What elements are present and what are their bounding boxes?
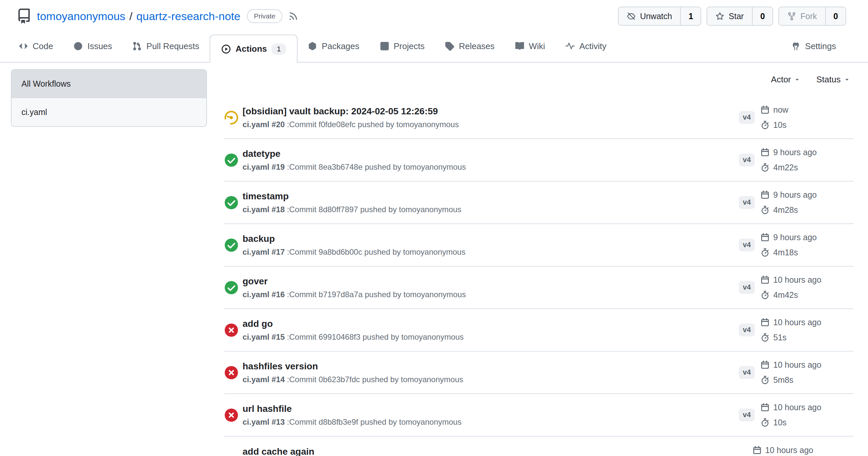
in-progress-spinner-icon [224, 110, 239, 125]
workflow-run-row[interactable]: [obsidian] vault backup: 2024-02-05 12:2… [224, 97, 854, 139]
tab-issues-label: Issues [87, 41, 112, 52]
run-commit-desc: :Commit 69910468f3 pushed by tomoyanonym… [287, 332, 464, 341]
run-subtitle: ci.yaml #20 :Commit f0fde08efc pushed by… [243, 119, 739, 130]
workflow-run-row[interactable]: timestamp ci.yaml #18 :Commit 8d80ff7897… [224, 182, 854, 224]
tab-pull-requests[interactable]: Pull Requests [122, 30, 209, 62]
workflow-run-row[interactable]: datetype ci.yaml #19 :Commit 8ea3b6748e … [224, 139, 854, 182]
run-title-link[interactable]: add cache again [243, 446, 739, 456]
run-date-line: 9 hours ago [761, 188, 816, 203]
calendar-icon [761, 190, 770, 199]
tab-settings[interactable]: Settings [781, 30, 846, 62]
run-time-ago: 10 hours ago [765, 446, 813, 455]
tab-activity[interactable]: Activity [555, 30, 617, 62]
fork-button[interactable]: Fork [779, 7, 825, 25]
sidebar-item-ci-yaml[interactable]: ci.yaml [11, 98, 206, 126]
workflow-run-list: [obsidian] vault backup: 2024-02-05 12:2… [224, 97, 854, 456]
workflow-run-row[interactable]: hashfiles version ci.yaml #14 :Commit 0b… [224, 352, 854, 394]
success-check-icon [224, 281, 239, 295]
version-badge: v4 [739, 238, 755, 251]
run-subtitle: ci.yaml #16 :Commit b7197d8a7a pushed by… [243, 289, 739, 300]
run-meta-block: v4 10 hours ago 10s [739, 400, 854, 430]
runs-section: Actor Status [obsidian] vault backup: 20… [224, 63, 854, 456]
run-text-block: gover ci.yaml #16 :Commit b7197d8a7a pus… [243, 275, 739, 300]
workflow-run-row[interactable]: backup ci.yaml #17 :Commit 9a8bd6b00c pu… [224, 224, 854, 266]
run-title-link[interactable]: [obsidian] vault backup: 2024-02-05 12:2… [243, 105, 739, 117]
forks-count[interactable]: 0 [825, 7, 845, 25]
run-title-link[interactable]: backup [243, 233, 739, 245]
watchers-count[interactable]: 1 [680, 7, 701, 25]
version-badge: v4 [739, 111, 755, 124]
repo-owner-link[interactable]: tomoyanonymous [37, 10, 125, 23]
run-title-link[interactable]: add go [243, 318, 739, 330]
run-duration-line: 5m8s [761, 372, 821, 388]
actions-counter-badge: 1 [272, 43, 286, 55]
run-date-line: 10 hours ago [761, 400, 821, 415]
run-commit-desc: :Commit d8b8fb3e9f pushed by tomoyanonym… [287, 418, 462, 426]
run-text-block: add cache again [243, 446, 739, 456]
run-date-line: now [761, 102, 788, 118]
run-commit-desc: :Commit 0b623b7fdc pushed by tomoyanonym… [287, 375, 463, 384]
tab-issues[interactable]: Issues [63, 30, 122, 62]
breadcrumb: tomoyanonymous / quartz-research-note [37, 10, 240, 23]
status-filter-label: Status [816, 74, 841, 85]
run-meta-block: 10 hours ago [739, 443, 854, 456]
repo-name-link[interactable]: quartz-research-note [136, 10, 241, 23]
tab-wiki[interactable]: Wiki [505, 30, 555, 62]
calendar-icon [761, 403, 770, 412]
run-subtitle: ci.yaml #15 :Commit 69910468f3 pushed by… [243, 331, 739, 342]
tab-packages[interactable]: Packages [298, 30, 369, 62]
tab-code[interactable]: Code [8, 30, 63, 62]
pull-request-icon [132, 41, 142, 51]
status-filter-dropdown[interactable]: Status [816, 74, 850, 85]
stopwatch-icon [761, 376, 770, 385]
run-duration-line: 4m42s [761, 288, 821, 303]
run-workflow-ref: ci.yaml #18 [243, 205, 285, 214]
calendar-icon [761, 360, 770, 369]
run-title-link[interactable]: hashfiles version [243, 360, 739, 372]
run-title-link[interactable]: gover [243, 275, 739, 287]
tab-releases[interactable]: Releases [435, 30, 504, 62]
fork-label: Fork [801, 11, 817, 21]
run-title-link[interactable]: url hashfile [243, 403, 739, 415]
run-duration-line: 10s [761, 415, 821, 430]
workflow-run-row[interactable]: add go ci.yaml #15 :Commit 69910468f3 pu… [224, 309, 854, 352]
unwatch-button[interactable]: Unwatch [619, 7, 680, 25]
tab-wiki-label: Wiki [529, 41, 545, 52]
tab-packages-label: Packages [322, 41, 359, 52]
run-meta-block: v4 now 10s [739, 102, 854, 133]
stars-count[interactable]: 0 [752, 7, 772, 25]
workflow-run-row[interactable]: add cache again 10 hours ago [224, 436, 854, 456]
calendar-icon [761, 105, 770, 114]
run-timing: 9 hours ago 4m28s [761, 188, 816, 218]
star-button-group: Star 0 [707, 7, 773, 26]
run-time-ago: 10 hours ago [773, 360, 821, 370]
run-commit-desc: :Commit 8d80ff7897 pushed by tomoyanonym… [287, 205, 461, 214]
tab-releases-label: Releases [459, 41, 494, 52]
run-duration: 4m42s [773, 290, 798, 300]
workflow-run-row[interactable]: url hashfile ci.yaml #13 :Commit d8b8fb3… [224, 394, 854, 436]
run-timing: 9 hours ago 4m18s [761, 230, 816, 260]
workflow-run-row[interactable]: gover ci.yaml #16 :Commit b7197d8a7a pus… [224, 266, 854, 309]
calendar-icon [761, 275, 770, 284]
run-date-line: 10 hours ago [761, 315, 821, 330]
run-subtitle: ci.yaml #19 :Commit 8ea3b6748e pushed by… [243, 161, 739, 172]
tab-activity-label: Activity [579, 41, 606, 52]
tab-actions[interactable]: Actions 1 [210, 35, 298, 63]
tab-projects[interactable]: Projects [370, 30, 435, 62]
run-duration-line: 4m18s [761, 245, 816, 260]
calendar-icon [761, 233, 770, 242]
run-title-link[interactable]: datetype [243, 148, 739, 160]
calendar-icon [761, 318, 770, 327]
run-date-line: 10 hours ago [761, 272, 821, 288]
run-status-icon [224, 323, 239, 337]
rss-icon[interactable] [288, 11, 298, 21]
run-title-link[interactable]: timestamp [243, 190, 739, 202]
star-icon [715, 12, 724, 21]
star-button[interactable]: Star [707, 7, 752, 25]
repo-action-buttons: Unwatch 1 Star 0 Fork 0 [618, 7, 846, 26]
actor-filter-dropdown[interactable]: Actor [771, 74, 801, 85]
run-status-icon [224, 195, 239, 210]
sidebar-item-all-workflows[interactable]: All Workflows [11, 70, 206, 98]
run-status-icon [224, 281, 239, 295]
main-layout: All Workflows ci.yaml Actor Status [0, 63, 868, 456]
